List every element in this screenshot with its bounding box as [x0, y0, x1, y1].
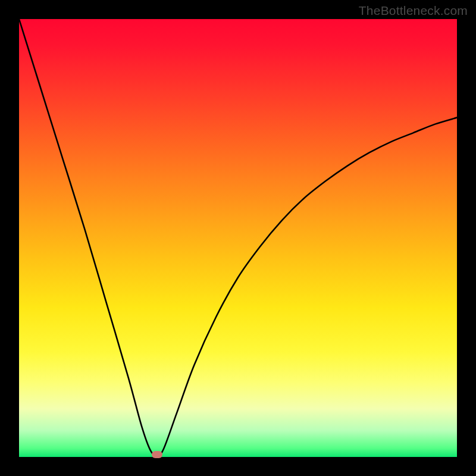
watermark-text: TheBottleneck.com	[359, 4, 468, 18]
curve-path	[19, 19, 457, 456]
plot-area	[19, 19, 457, 457]
bottleneck-curve	[19, 19, 457, 457]
minimum-marker	[152, 451, 162, 458]
chart-frame: TheBottleneck.com	[0, 0, 476, 476]
